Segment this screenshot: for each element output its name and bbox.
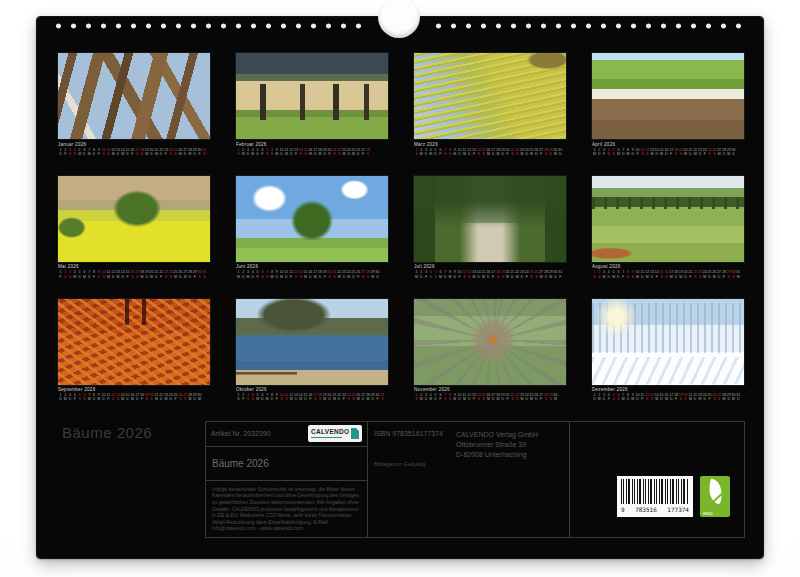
spiral-binding-holes-left [49,22,371,30]
month-cell: Januar 2026 1D2F3S4S5M6D7M8D9F10S11S12M1… [58,53,210,156]
hanger-hole [378,0,420,38]
month-thumbnails-grid: Januar 2026 1D2F3S4S5M6D7M8D9F10S11S12M1… [58,53,748,402]
month-cell: Oktober 2026 1D2F3S4S5M6D7M8D9F10S11S12M… [236,299,388,402]
month-photo-sep [58,299,210,385]
month-label: Mai 2026 [58,264,210,269]
month-label: September 2026 [58,387,210,392]
month-cell: August 2026 1S2S3M4D5M6D7F8S9S10M11D12M1… [592,176,744,279]
month-photo-aug [592,176,744,262]
barcode-bars [621,479,689,504]
month-label: März 2026 [414,142,566,147]
leaf-icon [705,479,725,505]
month-mini-calendar: 1D2F3S4S5M6D7M8D9F10S11S12M13D14M15D16F1… [58,148,210,156]
calvendo-book-icon [351,428,359,439]
info-column-right: 9 783516 177374 eco [569,422,744,537]
month-mini-calendar: 1S2M3D4M5D6F7S8S9M10D11M12D13F14S15S16M1… [236,148,388,156]
month-photo-jun [236,176,388,262]
month-label: April 2026 [592,142,744,147]
month-photo-mai [58,176,210,262]
month-cell: März 2026 1S2M3D4M5D6F7S8S9M10D11M12D13F… [414,53,566,156]
month-cell: Mai 2026 1F2S3S4M5D6M7D8F9S10S11M12D13M1… [58,176,210,279]
eco-label: eco [703,510,713,516]
month-label: Dezember 2026 [592,387,744,392]
month-label: Februar 2026 [236,142,388,147]
calvendo-logo-tagline-bar [311,437,342,439]
month-mini-calendar: 1S2S3M4D5M6D7F8S9S10M11D12M13D14F15S16S1… [592,270,744,278]
calendar-title: Bäume 2026 [62,424,152,441]
month-label: August 2026 [592,264,744,269]
month-label: Juli 2026 [414,264,566,269]
month-photo-jul [414,176,566,262]
month-mini-calendar: 1M2D3M4D5F6S7S8M9D10M11D12F13S14S15M16D1… [236,270,388,278]
info-column-left: Artikel Nr. 2032390 CALVENDO Bäume 2026 … [206,422,367,537]
month-mini-calendar: 1F2S3S4M5D6M7D8F9S10S11M12D13M14D15F16S1… [58,270,210,278]
ean-barcode: 9 783516 177374 [617,476,693,517]
month-mini-calendar: 1M2D3F4S5S6M7D8M9D10F11S12S13M14D15M16D1… [414,270,566,278]
barcode-digits: 9 783516 177374 [621,506,689,513]
author-credit: Bildagentur Geduldig [374,461,563,467]
publisher-city: D-82008 Unterhaching [456,450,538,460]
month-mini-calendar: 1D2M3D4F5S6S7M8D9M10D11F12S13S14M15D16M1… [58,393,210,401]
calvendo-logo: CALVENDO [308,425,362,442]
month-cell: November 2026 1S2M3D4M5D6F7S8S9M10D11M12… [414,299,566,402]
month-label: Januar 2026 [58,142,210,147]
month-cell: Dezember 2026 1D2M3D4F5S6S7M8D9M10D11F12… [592,299,744,402]
month-photo-okt [236,299,388,385]
month-mini-calendar: 1D2M3D4F5S6S7M8D9M10D11F12S13S14M15D16M1… [592,393,744,401]
month-cell: Juli 2026 1M2D3F4S5S6M7D8M9D10F11S12S13M… [414,176,566,279]
month-cell: Februar 2026 1S2M3D4M5D6F7S8S9M10D11M12D… [236,53,388,156]
month-photo-feb [236,53,388,139]
product-info-table: Artikel Nr. 2032390 CALVENDO Bäume 2026 … [205,421,745,538]
publisher-address: CALVENDO Verlag GmbH Ottobrunner Straße … [456,430,538,460]
month-mini-calendar: 1M2D3F4S5S6M7D8M9D10F11S12S13M14D15M16D1… [592,148,744,156]
month-photo-apr [592,53,744,139]
month-photo-dez [592,299,744,385]
article-number: Artikel Nr. 2032390 [211,430,271,437]
publisher-name: CALVENDO Verlag GmbH [456,430,538,440]
month-cell: September 2026 1D2M3D4F5S6S7M8D9M10D11F1… [58,299,210,402]
month-label: Juni 2026 [236,264,388,269]
month-mini-calendar: 1S2M3D4M5D6F7S8S9M10D11M12D13F14S15S16M1… [414,148,566,156]
month-mini-calendar: 1D2F3S4S5M6D7M8D9F10S11S12M13D14M15D16F1… [236,393,388,401]
spiral-binding-holes-right [429,22,751,30]
product-title-cell: Bäume 2026 [206,447,367,481]
month-photo-jan [58,53,210,139]
article-number-row: Artikel Nr. 2032390 CALVENDO [206,422,367,447]
calvendo-logo-text: CALVENDO [311,429,349,436]
calendar-back-photo: Januar 2026 1D2F3S4S5M6D7M8D9F10S11S12M1… [0,0,800,577]
info-column-middle: ISBN 9783516177374 Bildagentur Geduldig … [367,422,569,537]
eco-logo: eco [700,476,730,517]
calendar-back-cover: Januar 2026 1D2F3S4S5M6D7M8D9F10S11S12M1… [37,17,763,558]
publisher-street: Ottobrunner Straße 39 [456,440,538,450]
month-photo-mar [414,53,566,139]
month-mini-calendar: 1S2M3D4M5D6F7S8S9M10D11M12D13F14S15S16M1… [414,393,566,401]
month-label: Oktober 2026 [236,387,388,392]
month-label: November 2026 [414,387,566,392]
month-cell: Juni 2026 1M2D3M4D5F6S7S8M9D10M11D12F13S… [236,176,388,279]
fine-print: Infolge bestehender Schutzrechte ist unt… [206,481,367,537]
month-cell: April 2026 1M2D3F4S5S6M7D8M9D10F11S12S13… [592,53,744,156]
month-photo-nov [414,299,566,385]
